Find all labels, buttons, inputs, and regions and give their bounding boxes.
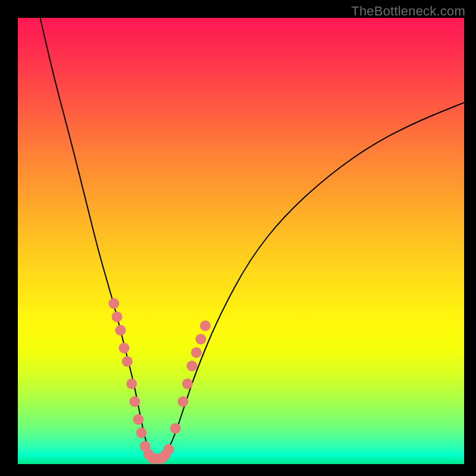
curve-marker	[182, 378, 193, 389]
bottleneck-curve	[40, 18, 465, 460]
bottleneck-curve-svg	[18, 18, 464, 464]
curve-marker	[130, 396, 140, 407]
curve-marker	[196, 334, 206, 345]
curve-marker	[200, 321, 211, 331]
curve-marker	[191, 347, 202, 358]
curve-markers	[108, 298, 211, 464]
curve-marker	[122, 356, 133, 367]
curve-marker	[119, 343, 130, 353]
watermark-text: TheBottleneck.com	[351, 4, 465, 19]
curve-marker	[178, 396, 189, 407]
curve-marker	[136, 428, 147, 439]
curve-marker	[112, 312, 123, 322]
curve-marker	[133, 414, 144, 425]
curve-marker	[126, 378, 137, 389]
chart-frame: TheBottleneck.com	[0, 0, 476, 476]
curve-marker	[115, 325, 126, 336]
curve-marker	[187, 361, 198, 371]
curve-marker	[108, 298, 119, 309]
curve-marker	[164, 444, 174, 455]
plot-area	[18, 18, 464, 464]
curve-marker	[170, 423, 181, 434]
